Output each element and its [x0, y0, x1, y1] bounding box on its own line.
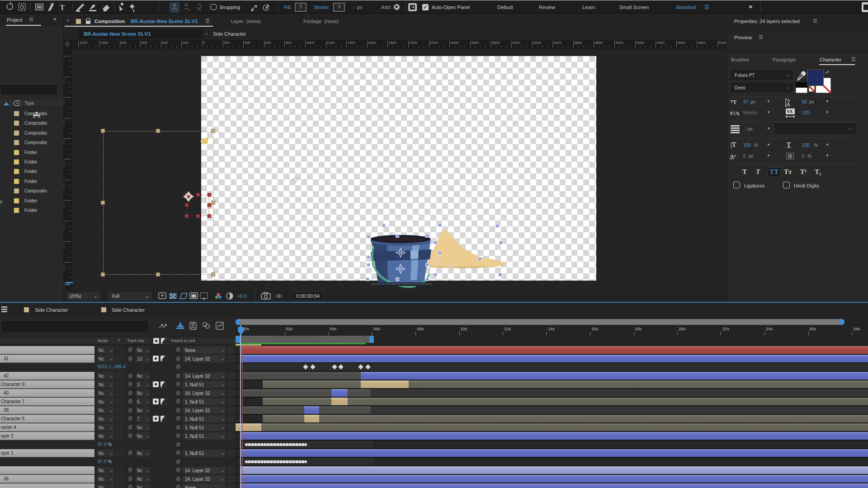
svg-text:T: T [60, 3, 65, 12]
svg-text:VA: VA [787, 109, 793, 114]
svg-text:+0.0: +0.0 [237, 293, 247, 299]
svg-text:A: A [786, 101, 790, 108]
